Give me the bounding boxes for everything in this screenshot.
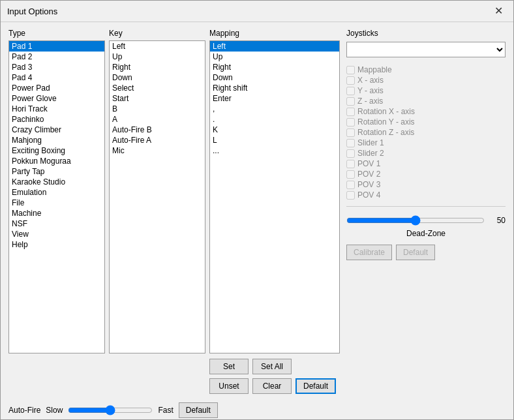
joystick-checkbox[interactable] [346,108,355,116]
type-list-group: Type Pad 1Pad 2Pad 3Pad 4Power PadPower … [8,29,105,397]
list-item[interactable]: Pad 2 [9,52,104,62]
list-item[interactable]: A [110,114,205,125]
list-item[interactable]: Exciting Boxing [9,145,104,156]
autofire-default-button[interactable]: Default [179,402,218,418]
autofire-section: Auto-Fire Slow Fast Default [8,400,506,420]
checkbox-row: POV 2 [346,170,506,179]
joystick-default-button[interactable]: Default [396,245,435,260]
list-item[interactable]: L [210,135,339,145]
list-item[interactable]: Left [110,41,205,52]
joystick-checkbox[interactable] [346,97,355,106]
list-item[interactable]: Mic [110,145,205,156]
checkbox-label: X - axis [357,76,384,85]
left-lists: Type Pad 1Pad 2Pad 3Pad 4Power PadPower … [8,29,340,397]
list-item[interactable]: Mahjong [9,135,104,145]
deadzone-slider[interactable] [346,215,485,226]
list-item[interactable]: File [9,198,104,208]
set-button[interactable]: Set [209,359,249,374]
list-item[interactable]: Select [110,83,205,93]
checkbox-row: Slider 1 [346,138,506,147]
list-item[interactable]: Down [110,72,205,83]
joystick-checkbox[interactable] [346,170,355,179]
mapping-label: Mapping [209,29,340,38]
mapping-default-button[interactable]: Default [295,378,336,394]
list-item[interactable]: ... [210,145,339,156]
list-item[interactable]: View [9,229,104,239]
key-listbox[interactable]: LeftUpRightDownSelectStartBAAuto-Fire BA… [109,40,205,353]
checkbox-row: Rotation X - axis [346,107,506,116]
fast-label: Fast [158,406,173,415]
list-item[interactable]: Pokkun Moguraa [9,156,104,166]
mapping-buttons-row: Set Set All [209,359,340,374]
type-label: Type [8,29,105,38]
joystick-checkbox[interactable] [346,76,355,85]
list-item[interactable]: Up [110,52,205,62]
checkbox-row: Mappable [346,65,506,74]
checkbox-label: Mappable [357,65,392,74]
list-item[interactable]: Start [110,93,205,104]
slow-label: Slow [46,406,63,415]
autofire-slider[interactable] [68,405,153,415]
list-item[interactable]: Pad 4 [9,72,104,83]
list-item[interactable]: K [210,125,339,135]
unset-button[interactable]: Unset [209,378,249,394]
checkbox-row: Y - axis [346,86,506,95]
joystick-checkbox[interactable] [346,181,355,189]
checkbox-label: POV 4 [357,190,380,200]
checkbox-row: Z - axis [346,97,506,106]
joystick-checkbox[interactable] [346,160,355,168]
list-item[interactable]: Pad 1 [9,41,104,52]
title-bar: Input Options ✕ [1,1,513,22]
joystick-checkbox[interactable] [346,139,355,147]
joystick-checkbox[interactable] [346,191,355,200]
close-button[interactable]: ✕ [491,5,507,18]
joysticks-panel: Joysticks MappableX - axisY - axisZ - ax… [346,29,506,397]
joystick-checkbox[interactable] [346,87,355,95]
list-item[interactable]: Pachinko [9,114,104,125]
checkbox-row: X - axis [346,76,506,85]
list-item[interactable]: . [210,114,339,125]
list-item[interactable]: Down [210,72,339,83]
list-item[interactable]: Crazy Climber [9,125,104,135]
joystick-checkbox[interactable] [346,118,355,127]
checkbox-label: Slider 1 [357,138,384,147]
list-item[interactable]: Left [210,41,339,52]
list-item[interactable]: Auto-Fire B [110,125,205,135]
list-item[interactable]: Hori Track [9,104,104,114]
deadzone-section: 50 Dead-Zone [346,215,506,238]
list-item[interactable]: NSF [9,218,104,229]
checkbox-row: Rotation Y - axis [346,117,506,127]
list-item[interactable]: , [210,104,339,114]
set-all-button[interactable]: Set All [252,359,292,374]
list-item[interactable]: Right [110,62,205,72]
list-item[interactable]: Power Glove [9,93,104,104]
list-item[interactable]: Right [210,62,339,72]
list-item[interactable]: Auto-Fire A [110,135,205,145]
checkbox-row: POV 4 [346,190,506,200]
list-item[interactable]: Emulation [9,187,104,198]
deadzone-label: Dead-Zone [346,229,506,238]
autofire-label: Auto-Fire [8,406,40,415]
list-item[interactable]: Party Tap [9,166,104,177]
calibrate-button[interactable]: Calibrate [346,245,392,260]
joysticks-select[interactable] [346,42,506,57]
joystick-checkbox[interactable] [346,66,355,74]
checkbox-label: Z - axis [357,97,383,106]
list-item[interactable]: B [110,104,205,114]
list-item[interactable]: Right shift [210,83,339,93]
clear-button[interactable]: Clear [252,378,292,394]
type-listbox[interactable]: Pad 1Pad 2Pad 3Pad 4Power PadPower Glove… [8,40,105,353]
list-item[interactable]: Karaoke Studio [9,177,104,187]
checkbox-row: Rotation Z - axis [346,128,506,137]
joystick-checkbox[interactable] [346,128,355,137]
list-item[interactable]: Up [210,52,339,62]
joystick-checkbox[interactable] [346,149,355,158]
list-item[interactable]: Enter [210,93,339,104]
list-item[interactable]: Power Pad [9,83,104,93]
list-item[interactable]: Help [9,239,104,250]
list-item[interactable]: Pad 3 [9,62,104,72]
list-item[interactable]: Machine [9,208,104,218]
mapping-listbox[interactable]: LeftUpRightDownRight shiftEnter,.KL... [209,40,340,353]
checkbox-row: POV 1 [346,159,506,168]
key-list-group: Key LeftUpRightDownSelectStartBAAuto-Fir… [109,29,205,397]
